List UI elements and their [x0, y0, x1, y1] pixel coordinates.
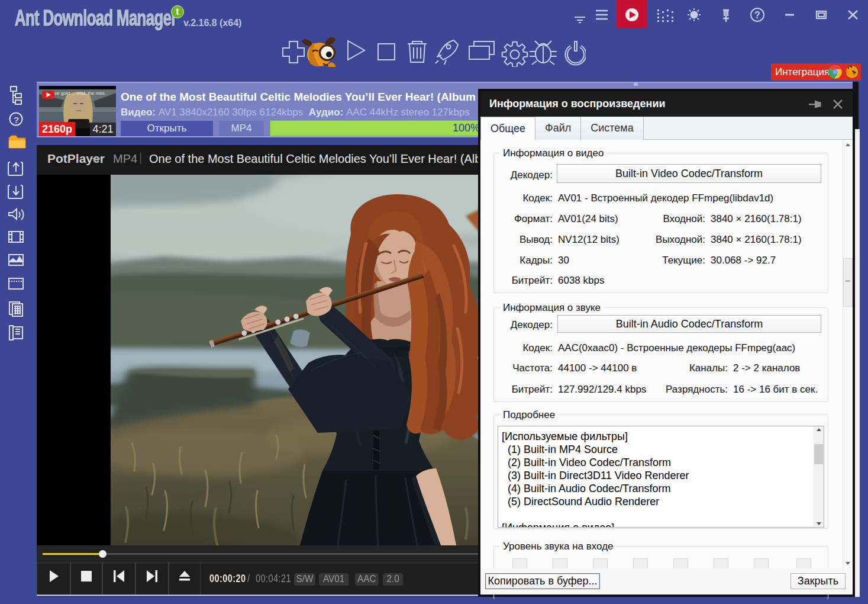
svg-text:Love gold ... mist, the mist.: Love gold ... mist, the mist. — [49, 91, 105, 96]
svg-text:?: ? — [14, 115, 19, 125]
svg-text:?: ? — [754, 10, 760, 20]
